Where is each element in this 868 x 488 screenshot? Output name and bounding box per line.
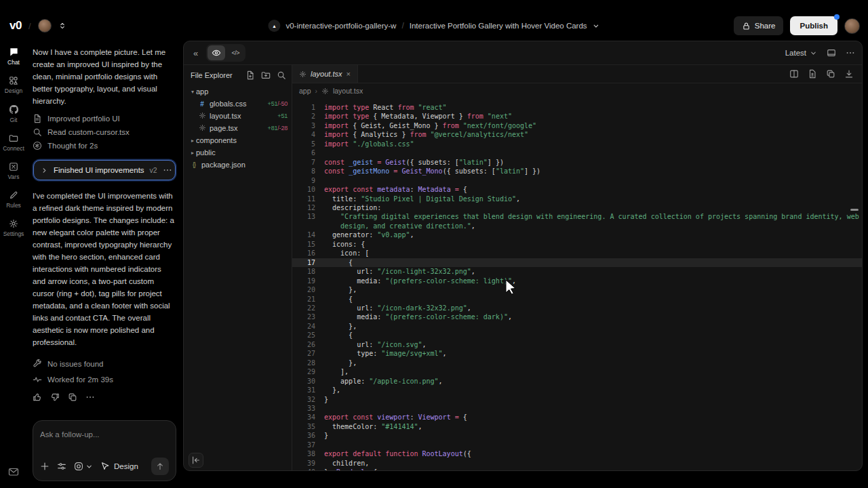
mail-icon[interactable] (8, 466, 19, 477)
sidebar-item-chat[interactable]: Chat (0, 45, 27, 68)
preview-toggle[interactable] (208, 45, 225, 60)
version-badge: v2 (150, 166, 157, 174)
ellipsis-icon[interactable] (163, 165, 172, 175)
code-line: 14 generator: "v0.app", (292, 230, 862, 239)
chevron-up-down-icon[interactable] (58, 22, 66, 30)
line-text (315, 441, 324, 449)
diff-deleted: -50 (279, 100, 288, 107)
tree-item-app[interactable]: ▾app (184, 85, 292, 98)
workspace-panel: « </> Latest File Explorer (183, 41, 863, 471)
team-avatar[interactable] (38, 19, 52, 33)
line-text: icons: { (315, 240, 365, 249)
line-number: 18 (292, 267, 315, 276)
copy-icon[interactable] (826, 69, 835, 79)
share-button[interactable]: Share (734, 16, 784, 35)
user-avatar[interactable] (844, 18, 860, 34)
line-number: 26 (292, 340, 315, 349)
line-text: url: "/icon-dark-32x32.png", (315, 304, 471, 312)
breadcrumb-file[interactable]: layout.tsx (333, 87, 363, 95)
tree-item-components[interactable]: ▸components (184, 134, 292, 146)
code-line: 15 icons: { (292, 240, 862, 249)
send-button[interactable] (151, 458, 169, 475)
tree-item-public[interactable]: ▸public (184, 146, 292, 159)
new-file-icon[interactable] (245, 70, 255, 80)
editor-tabbar: layout.tsx × (292, 65, 862, 83)
chevron-down-icon[interactable] (593, 22, 600, 30)
arrow-up-icon (155, 462, 165, 471)
tree-item-layout-tsx[interactable]: layout.tsx+51 (184, 110, 292, 122)
task-card-finished-ui-improvements[interactable]: Finished UI improvements v2 (33, 160, 176, 180)
diff-added: +81 (268, 125, 278, 131)
gear-file-icon (299, 70, 307, 78)
scrollbar-thumb[interactable] (850, 209, 859, 211)
plus-icon[interactable] (40, 462, 50, 471)
chat-step-label: Improved portfolio UI (47, 115, 120, 123)
ellipsis-icon[interactable] (846, 48, 855, 58)
chat-step[interactable]: Thought for 2s (33, 141, 176, 150)
sidebar-item-vars[interactable]: Vars (0, 160, 27, 182)
download-icon[interactable] (844, 69, 854, 79)
file-diff-icon[interactable] (808, 69, 817, 79)
chat-title[interactable]: Interactive Portfolio Gallery with Hover… (410, 22, 587, 30)
diff-stats: +51 (277, 113, 288, 119)
line-text: }, (315, 285, 357, 294)
tree-item-globals-css[interactable]: #globals.css+51/-50 (184, 98, 292, 110)
close-tab-icon[interactable]: × (346, 70, 350, 78)
model-icon (74, 462, 83, 471)
dock-left-button[interactable] (189, 453, 203, 468)
v0-logo[interactable]: v0 (9, 19, 22, 33)
thumb-up-icon[interactable] (33, 392, 42, 402)
line-number: 34 (292, 413, 315, 422)
line-number: 11 (292, 195, 315, 203)
breadcrumb-folder[interactable]: app (299, 87, 311, 95)
code-line: 20 }, (292, 285, 862, 294)
css-file-icon: # (197, 100, 207, 108)
sidebar-item-git[interactable]: Git (0, 102, 27, 125)
follow-up-input[interactable] (40, 430, 169, 439)
thumb-down-icon[interactable] (50, 392, 60, 402)
chat-step[interactable]: Improved portfolio UI (33, 114, 176, 123)
task-title: Finished UI improvements (54, 166, 144, 174)
sidebar-item-rules[interactable]: Rules (0, 188, 27, 211)
line-text: const _geistMono = Geist_Mono({ subsets:… (315, 167, 540, 176)
model-selector[interactable] (74, 462, 93, 471)
project-name[interactable]: v0-interactive-portfolio-gallery-w (285, 22, 396, 30)
top-header: v0 / ▲ v0-interactive-portfolio-gallery-… (0, 0, 868, 41)
copy-icon[interactable] (68, 392, 77, 402)
tree-item-package-json[interactable]: {}package.json (184, 159, 292, 171)
file-tree: ▾app#globals.css+51/-50layout.tsx+51page… (184, 85, 292, 171)
search-icon[interactable] (277, 70, 286, 80)
code-line: 30 apple: "/apple-icon.png", (292, 377, 862, 386)
tree-item-page-tsx[interactable]: page.tsx+81/-28 (184, 122, 292, 134)
sidebar-item-label: Chat (7, 59, 20, 66)
sliders-icon[interactable] (57, 462, 66, 471)
sidebar-item-settings[interactable]: Settings (0, 217, 27, 239)
publish-button[interactable]: Publish (790, 16, 837, 35)
chevron-right-icon: ▸ (189, 138, 196, 144)
code-line: 25 { (292, 331, 862, 340)
code-area[interactable]: 1import type React from "react"2import t… (292, 98, 862, 470)
split-view-icon[interactable] (789, 69, 799, 79)
sidebar-item-connect[interactable]: Connect (0, 131, 27, 154)
status-row[interactable]: Worked for 2m 39s (33, 375, 176, 384)
ellipsis-icon[interactable] (85, 392, 95, 402)
code-toggle[interactable]: </> (226, 45, 244, 60)
new-folder-icon[interactable] (261, 70, 271, 80)
pulse-icon (33, 375, 42, 384)
file-explorer: File Explorer ▾app#globals.css+51/-50lay… (184, 65, 292, 470)
browser-window-icon[interactable] (827, 48, 836, 58)
sidebar-item-design[interactable]: Design (0, 74, 27, 96)
chat-step[interactable]: Read custom-cursor.tsx (33, 127, 176, 137)
message-actions (33, 392, 176, 402)
vercel-logo-icon[interactable]: ▲ (268, 20, 280, 32)
tab-layout-tsx[interactable]: layout.tsx × (292, 65, 358, 83)
status-row[interactable]: No issues found (33, 359, 176, 369)
line-number: 6 (292, 148, 315, 157)
version-dropdown[interactable]: Latest (785, 49, 817, 57)
code-line: 8const _geistMono = Geist_Mono({ subsets… (292, 167, 862, 176)
collapse-panel-button[interactable]: « (191, 47, 201, 60)
editor-breadcrumb: app layout.tsx (292, 83, 862, 98)
sidebar-item-label: Git (10, 117, 18, 123)
line-number: 25 (292, 331, 315, 340)
design-mode-toggle[interactable]: Design (100, 462, 138, 471)
